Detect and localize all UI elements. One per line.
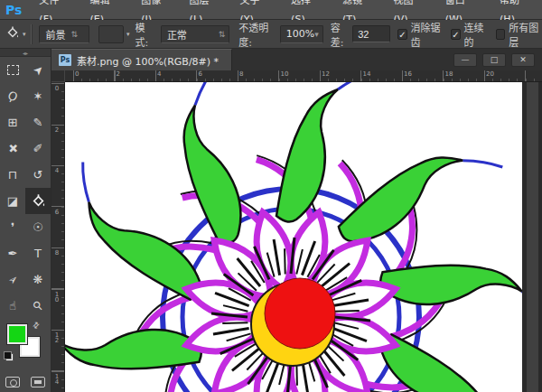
hruler-label: 14 [363, 70, 371, 78]
tolerance-input[interactable] [352, 25, 390, 42]
mode-select[interactable]: 正常 ⇅ [161, 25, 229, 43]
paint-bucket-tool[interactable] [25, 188, 51, 214]
eraser-tool-icon: ◪ [7, 194, 18, 208]
hruler-label: 6 [199, 70, 202, 78]
tools-panel: ◂▸ ➤Ϙ✶⊞✎✚✐⊓↺◪❜☉✒T➢❋☝⚲ ⇄ [0, 49, 51, 392]
path-selection-tool-icon: ➢ [5, 271, 21, 287]
pattern-picker[interactable] [98, 25, 124, 43]
history-brush-tool-icon: ↺ [33, 168, 43, 182]
checkbox-box[interactable]: ✓ [397, 29, 406, 40]
blur-tool-icon: ❜ [11, 220, 14, 234]
horizontal-ruler[interactable]: 02468101214161820 [65, 70, 542, 82]
tools-panel-header[interactable]: ◂▸ [0, 49, 51, 57]
hand-tool-icon: ☝ [9, 299, 16, 313]
marquee-icon [7, 65, 19, 75]
hand-tool[interactable]: ☝ [0, 293, 25, 319]
checkbox-消除锯齿[interactable]: ✓消除锯齿 [397, 20, 444, 49]
flower-artwork [65, 82, 522, 392]
checkbox-box[interactable]: ✓ [451, 29, 460, 40]
vruler-label: 6 [53, 209, 61, 214]
tool-options-bar: ▾ 前景 ⇅ ▾ 模式: 正常 ⇅ 不透明度: 100% ▾ 容差: ✓消除锯齿… [0, 20, 542, 49]
tools-grid: ➤Ϙ✶⊞✎✚✐⊓↺◪❜☉✒T➢❋☝⚲ [0, 57, 51, 319]
canvas-area [65, 82, 542, 392]
healing-brush-tool-icon: ✚ [5, 140, 21, 156]
checkbox-所有图层[interactable]: 所有图层 [496, 20, 542, 49]
divider [31, 24, 32, 44]
document-tab[interactable]: Ps 素材.png @ 100%(RGB/8#) * [51, 49, 232, 70]
magic-wand-tool[interactable]: ✶ [25, 83, 51, 109]
checkbox-label: 所有图层 [509, 20, 542, 49]
stepper-icon: ⇅ [70, 30, 78, 39]
swap-colors-icon[interactable]: ⇄ [31, 320, 42, 331]
checkbox-label: 消除锯齿 [411, 20, 444, 49]
healing-brush-tool[interactable]: ✚ [0, 135, 25, 162]
zoom-tool[interactable]: ⚲ [25, 293, 51, 319]
checkbox-label: 连续的 [464, 20, 489, 49]
document-canvas[interactable] [65, 82, 522, 392]
menu-bar: Ps 文件(F)编辑(E)图像(I)图层(L)文字(Y)选择(S)滤镜(T)视图… [0, 0, 542, 20]
rectangular-marquee-tool[interactable] [0, 57, 25, 83]
hruler-label: 2 [117, 70, 120, 78]
move-tool[interactable]: ➤ [25, 57, 51, 83]
option-checkboxes: ✓消除锯齿✓连续的所有图层 [390, 20, 542, 49]
dodge-tool[interactable]: ☉ [25, 214, 51, 240]
document-tab-bar: Ps 素材.png @ 100%(RGB/8#) * —□✕ [51, 49, 542, 70]
clone-stamp-tool[interactable]: ⊓ [0, 162, 25, 188]
color-swatches: ⇄ [0, 322, 51, 369]
pen-tool[interactable]: ✒ [0, 240, 25, 266]
document-tab-title: 素材.png @ 100%(RGB/8#) * [77, 53, 219, 68]
vruler-label: 2 [53, 126, 61, 132]
tool-preset-picker[interactable]: ▾ [0, 25, 26, 42]
hruler-label: 20 [486, 70, 494, 78]
hruler-label: 16 [404, 70, 412, 78]
eyedropper-tool-icon: ✎ [33, 116, 43, 129]
hruler-label: 18 [445, 70, 453, 78]
custom-shape-tool[interactable]: ❋ [25, 266, 51, 293]
type-tool[interactable]: T [25, 240, 51, 266]
custom-shape-tool-icon: ❋ [33, 273, 43, 286]
blur-tool[interactable]: ❜ [0, 214, 25, 240]
vruler-label: 14 [53, 373, 61, 384]
photoshop-logo: Ps [0, 3, 29, 17]
chevron-down-icon: ▾ [314, 30, 319, 39]
ruler-corner[interactable] [51, 70, 65, 82]
mode-label: 模式: [136, 20, 155, 49]
pen-tool-icon: ✒ [8, 247, 18, 260]
opacity-select[interactable]: 100% ▾ [280, 25, 323, 43]
eyedropper-tool[interactable]: ✎ [25, 109, 51, 135]
crop-tool-icon: ⊞ [8, 116, 18, 129]
quick-mask-button[interactable] [5, 377, 20, 387]
close-button[interactable]: ✕ [511, 53, 535, 67]
vruler-label: 8 [53, 249, 61, 255]
brush-tool-icon: ✐ [33, 142, 43, 155]
eraser-tool[interactable]: ◪ [0, 188, 25, 214]
fill-source-select[interactable]: 前景 ⇅ [39, 25, 89, 43]
dodge-tool-icon: ☉ [33, 220, 43, 234]
restore-button[interactable]: □ [482, 53, 506, 67]
vruler-label: 12 [53, 331, 61, 342]
hruler-label: 12 [322, 70, 330, 78]
vruler-label: 0 [53, 85, 61, 90]
hruler-label: 0 [75, 70, 79, 78]
foreground-color-swatch[interactable] [7, 324, 27, 344]
vertical-ruler[interactable]: 02468101214 [51, 82, 65, 392]
lasso-tool-icon: Ϙ [5, 89, 20, 105]
path-selection-tool[interactable]: ➢ [0, 266, 25, 293]
checkbox-连续的[interactable]: ✓连续的 [451, 20, 489, 49]
minimize-button[interactable]: — [453, 53, 477, 67]
tolerance-label: 容差: [331, 20, 350, 49]
file-type-icon: Ps [59, 54, 71, 66]
window-controls: —□✕ [453, 53, 542, 67]
history-brush-tool[interactable]: ↺ [25, 162, 51, 188]
lasso-tool[interactable]: Ϙ [0, 83, 25, 109]
pasteboard-scroll-strip[interactable] [522, 82, 542, 392]
type-tool-icon: T [34, 247, 42, 260]
screen-mode-button[interactable] [31, 377, 45, 387]
chevron-down-icon: ▾ [23, 31, 26, 38]
brush-tool[interactable]: ✐ [25, 135, 51, 162]
default-colors-icon[interactable] [5, 353, 14, 361]
checkbox-box[interactable] [496, 29, 505, 40]
move-tool-icon: ➤ [30, 61, 46, 78]
clone-stamp-tool-icon: ⊓ [8, 168, 17, 182]
crop-tool[interactable]: ⊞ [0, 109, 25, 135]
